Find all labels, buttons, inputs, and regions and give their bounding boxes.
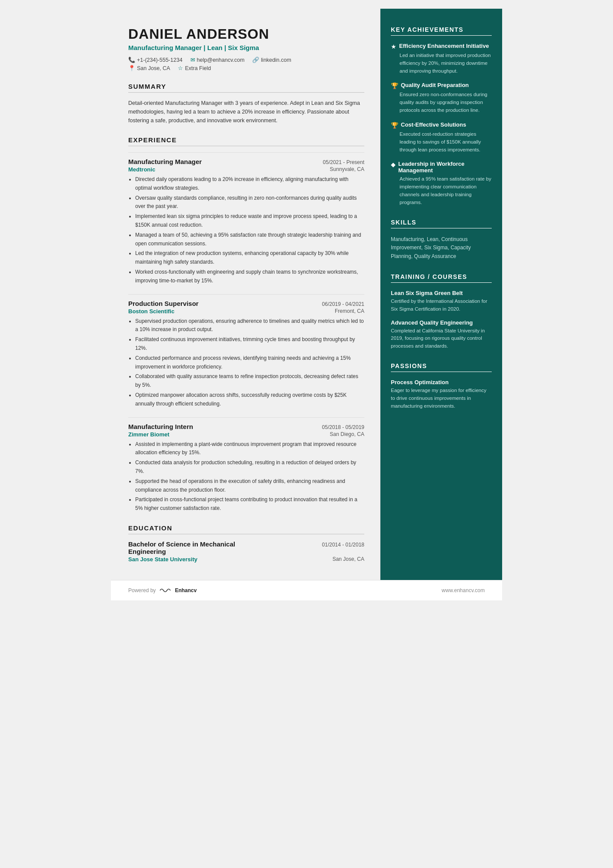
edu-degree-1: Bachelor of Science in Mechanical Engine… (128, 540, 259, 555)
edu-header-1: Bachelor of Science in Mechanical Engine… (128, 540, 364, 555)
enhancv-logo-icon (158, 586, 172, 594)
achievements-title: KEY ACHIEVEMENTS (391, 26, 492, 36)
achievement-title-3: Cost-Effective Solutions (401, 121, 466, 128)
phone-icon: 📞 (128, 57, 135, 63)
job-company-2: Boston Scientific (128, 308, 174, 315)
bullet-1-6: Worked cross-functionally with engineeri… (135, 268, 364, 285)
achievement-item-1: ★ Efficiency Enhancement Initiative Led … (391, 43, 492, 75)
job-bullets-3: Assisted in implementing a plant-wide co… (128, 440, 364, 513)
bullet-2-1: Supervised production operations, ensuri… (135, 317, 364, 335)
training-title-1: Lean Six Sigma Green Belt (391, 290, 492, 296)
education-title: EDUCATION (128, 524, 364, 534)
job-item-3: Manufacturing Intern 05/2018 - 05/2019 Z… (128, 417, 364, 513)
achievement-title-2: Quality Audit Preparation (401, 82, 469, 88)
achievement-title-row-4: ◆ Leadership in Workforce Management (391, 161, 492, 174)
job-company-row-2: Boston Scientific Fremont, CA (128, 308, 364, 315)
achievement-item-2: 🏆 Quality Audit Preparation Ensured zero… (391, 82, 492, 114)
training-section: TRAINING / COURSES Lean Six Sigma Green … (391, 273, 492, 350)
bullet-2-3: Conducted performance and process review… (135, 354, 364, 372)
passions-section: PASSIONS Process Optimization Eager to l… (391, 362, 492, 410)
job-bullets-2: Supervised production operations, ensuri… (128, 317, 364, 409)
powered-by-text: Powered by (128, 587, 156, 593)
achievement-title-4: Leadership in Workforce Management (398, 161, 492, 174)
bullet-3-1: Assisted in implementing a plant-wide co… (135, 440, 364, 458)
achievement-title-row-1: ★ Efficiency Enhancement Initiative (391, 43, 492, 50)
job-header-1: Manufacturing Manager 05/2021 - Present (128, 158, 364, 165)
job-dates-1: 05/2021 - Present (323, 159, 364, 165)
footer-website: www.enhancv.com (442, 587, 485, 593)
phone-contact: 📞 +1-(234)-555-1234 (128, 57, 183, 63)
brand-name: Enhancv (175, 587, 197, 593)
bullet-1-1: Directed daily operations leading to a 2… (135, 175, 364, 193)
candidate-name: DANIEL ANDERSON (128, 26, 364, 42)
passions-title: PASSIONS (391, 362, 492, 372)
job-company-row-1: Medtronic Sunnyvale, CA (128, 166, 364, 173)
job-location-1: Sunnyvale, CA (330, 166, 364, 173)
job-bullets-1: Directed daily operations leading to a 2… (128, 175, 364, 285)
summary-title: SUMMARY (128, 83, 364, 93)
linkedin-contact: 🔗 linkedin.com (252, 57, 291, 63)
contact-row-1: 📞 +1-(234)-555-1234 ✉ help@enhancv.com 🔗… (128, 57, 364, 63)
achievements-section: KEY ACHIEVEMENTS ★ Efficiency Enhancemen… (391, 26, 492, 207)
contact-row-2: 📍 San Jose, CA ☆ Extra Field (128, 65, 364, 71)
location-icon: 📍 (128, 65, 135, 71)
summary-section: SUMMARY Detail-oriented Manufacturing Ma… (128, 83, 364, 125)
achievement-icon-4: ◆ (391, 161, 396, 168)
candidate-title: Manufacturing Manager | Lean | Six Sigma (128, 44, 364, 51)
star-icon: ☆ (178, 65, 183, 71)
bullet-3-4: Participated in cross-functional project… (135, 496, 364, 513)
right-column: KEY ACHIEVEMENTS ★ Efficiency Enhancemen… (380, 9, 502, 580)
extra-contact: ☆ Extra Field (178, 65, 211, 71)
skills-title: SKILLS (391, 219, 492, 228)
achievement-icon-3: 🏆 (391, 122, 398, 129)
email-icon: ✉ (190, 57, 195, 63)
achievement-title-row-2: 🏆 Quality Audit Preparation (391, 82, 492, 89)
job-location-3: San Diego, CA (330, 431, 364, 438)
job-header-3: Manufacturing Intern 05/2018 - 05/2019 (128, 423, 364, 430)
achievement-icon-2: 🏆 (391, 82, 398, 89)
edu-dates-1: 01/2014 - 01/2018 (322, 542, 364, 548)
training-title-2: Advanced Quality Engineering (391, 319, 492, 326)
achievement-desc-1: Led an initiative that improved producti… (391, 52, 492, 75)
job-header-2: Production Supervisor 06/2019 - 04/2021 (128, 300, 364, 307)
job-title-3: Manufacturing Intern (128, 423, 193, 430)
bullet-1-4: Managed a team of 50, achieving a 95% sa… (135, 231, 364, 248)
experience-title: EXPERIENCE (128, 136, 364, 146)
job-item-2: Production Supervisor 06/2019 - 04/2021 … (128, 294, 364, 409)
training-item-1: Lean Six Sigma Green Belt Certified by t… (391, 290, 492, 313)
achievement-title-row-3: 🏆 Cost-Effective Solutions (391, 121, 492, 129)
bullet-1-5: Led the integration of new production sy… (135, 249, 364, 267)
edu-school-1: San Jose State University (128, 556, 197, 563)
bullet-2-4: Collaborated with quality assurance team… (135, 372, 364, 390)
bullet-3-2: Conducted data analysis for production s… (135, 459, 364, 476)
email-contact: ✉ help@enhancv.com (190, 57, 245, 63)
edu-item-1: Bachelor of Science in Mechanical Engine… (128, 540, 364, 563)
location-contact: 📍 San Jose, CA (128, 65, 170, 71)
job-company-row-3: Zimmer Biomet San Diego, CA (128, 431, 364, 438)
passion-title-1: Process Optimization (391, 379, 492, 385)
bullet-1-3: Implemented lean six sigma principles to… (135, 212, 364, 230)
achievement-item-4: ◆ Leadership in Workforce Management Ach… (391, 161, 492, 206)
training-title: TRAINING / COURSES (391, 273, 492, 283)
job-company-3: Zimmer Biomet (128, 431, 170, 438)
passion-item-1: Process Optimization Eager to leverage m… (391, 379, 492, 410)
skills-text: Manufacturing, Lean, Continuous Improvem… (391, 235, 492, 261)
achievement-item-3: 🏆 Cost-Effective Solutions Executed cost… (391, 121, 492, 154)
page-footer: Powered by Enhancv www.enhancv.com (111, 580, 502, 600)
achievement-title-1: Efficiency Enhancement Initiative (399, 43, 489, 49)
job-location-2: Fremont, CA (335, 308, 364, 315)
achievement-desc-4: Achieved a 95% team satisfaction rate by… (391, 175, 492, 206)
job-title-1: Manufacturing Manager (128, 158, 202, 165)
job-company-1: Medtronic (128, 166, 155, 173)
edu-location-1: San Jose, CA (333, 556, 364, 563)
bullet-2-2: Facilitated continuous improvement initi… (135, 335, 364, 353)
experience-section: EXPERIENCE Manufacturing Manager 05/2021… (128, 136, 364, 513)
skills-section: SKILLS Manufacturing, Lean, Continuous I… (391, 219, 492, 261)
edu-school-row-1: San Jose State University San Jose, CA (128, 556, 364, 563)
training-desc-2: Completed at California State University… (391, 327, 492, 350)
training-desc-1: Certified by the International Associati… (391, 298, 492, 313)
job-title-2: Production Supervisor (128, 300, 199, 307)
passion-desc-1: Eager to leverage my passion for efficie… (391, 387, 492, 410)
job-dates-2: 06/2019 - 04/2021 (322, 301, 364, 307)
achievement-desc-3: Executed cost-reduction strategies leadi… (391, 131, 492, 154)
